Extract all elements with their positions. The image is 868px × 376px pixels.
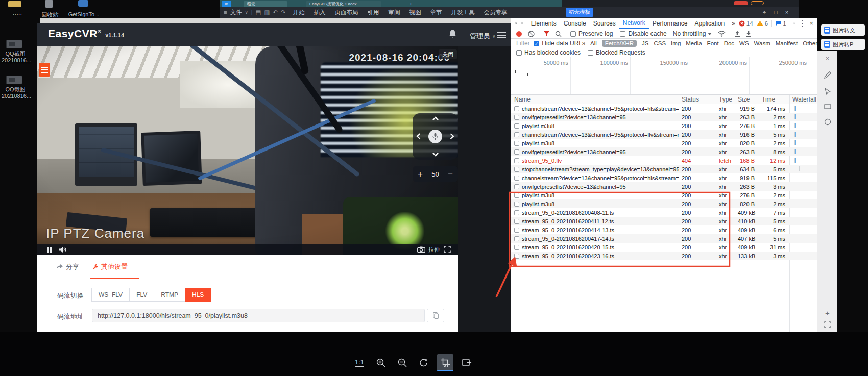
row-checkbox[interactable]	[514, 149, 519, 155]
import-har-icon[interactable]	[734, 31, 740, 37]
row-checkbox[interactable]	[514, 123, 519, 129]
table-row[interactable]: onvifgetpresetlist?device=13&channel=95 …	[511, 147, 817, 156]
row-checkbox[interactable]	[514, 219, 519, 224]
rotate-button[interactable]	[416, 354, 432, 371]
image-to-pdf-button[interactable]: 图片转P	[821, 39, 865, 50]
volume-icon[interactable]	[59, 246, 67, 253]
filter-chip[interactable]: WS	[739, 40, 749, 46]
wps-home-tab[interactable]: In	[222, 1, 231, 7]
devtools-tab-application[interactable]: Application	[691, 18, 728, 29]
column-name[interactable]: Name	[511, 96, 679, 103]
export-har-icon[interactable]	[745, 31, 752, 37]
filter-chip[interactable]: All	[590, 40, 597, 46]
hide-data-urls-checkbox[interactable]: ✓	[534, 41, 539, 46]
row-checkbox[interactable]	[514, 202, 519, 207]
folder-icon[interactable]	[8, 1, 21, 7]
notification-bell-icon[interactable]	[448, 29, 457, 39]
ptz-right-arrow[interactable]	[450, 133, 454, 140]
blocked-cookies-checkbox[interactable]	[516, 50, 522, 56]
pause-button[interactable]	[47, 247, 52, 253]
row-checkbox[interactable]	[514, 228, 519, 233]
filter-chip[interactable]: CSS	[654, 40, 666, 46]
floating-menu-button[interactable]	[39, 63, 50, 77]
filter-chip[interactable]: Wasm	[754, 40, 770, 46]
column-time[interactable]: Time	[759, 96, 789, 103]
row-checkbox[interactable]	[514, 141, 519, 146]
table-row[interactable]: channelstream?device=13&channel=95&proto…	[511, 130, 817, 139]
filter-funnel-icon[interactable]	[543, 31, 550, 37]
wps-file-menu[interactable]: 文件	[230, 9, 242, 16]
row-checkbox[interactable]	[514, 132, 519, 137]
ribbon-tab[interactable]: 会员专享	[484, 9, 508, 16]
preserve-log-checkbox[interactable]	[570, 31, 576, 37]
header-hamburger-icon[interactable]	[497, 31, 506, 40]
ribbon-tab[interactable]: 审阅	[389, 9, 400, 16]
devtools-tab-sources[interactable]: Sources	[590, 18, 619, 29]
table-row[interactable]: playlist.m3u8 200 xhr 276 B 2 ms	[511, 191, 817, 199]
record-button[interactable]	[516, 31, 522, 37]
devtools-more-tabs[interactable]: »	[728, 18, 739, 29]
snapshot-camera-icon[interactable]	[417, 246, 425, 253]
print-icon[interactable]: ▥	[264, 9, 270, 16]
table-row[interactable]: onvifgetpresetlist?device=13&channel=95 …	[511, 182, 817, 191]
mic-button[interactable]	[428, 130, 442, 143]
fullscreen-icon[interactable]	[444, 246, 451, 253]
sidebar-expand-icon[interactable]	[824, 321, 831, 328]
row-checkbox[interactable]	[514, 254, 519, 259]
kebab-menu-icon[interactable]: ⋮	[798, 18, 806, 28]
row-checkbox[interactable]	[514, 193, 519, 198]
table-row[interactable]: channelstream?device=13&channel=95&proto…	[511, 104, 817, 113]
table-row[interactable]: stream_95_0.flv 404 fetch 168 B 12 ms	[511, 156, 817, 165]
table-row[interactable]: stream_95_0-20210816200411-12.ts 200 xhr…	[511, 217, 817, 225]
image-to-text-button[interactable]: 图片转文	[821, 24, 865, 36]
actual-size-button[interactable]: 1:1	[351, 354, 368, 371]
cursor-icon[interactable]	[825, 88, 831, 95]
wps-new-tab-button[interactable]: +	[406, 1, 414, 7]
column-type[interactable]: Type	[716, 96, 735, 103]
search-icon[interactable]	[555, 31, 562, 37]
stream-option-button[interactable]: HLS	[185, 288, 211, 302]
redo-icon[interactable]: ↷	[281, 9, 286, 16]
camera-video-frame[interactable]: 2021-08-16 20:04:06 关闭 + 50 − IP PTZ Cam…	[37, 46, 458, 255]
ribbon-tab[interactable]: 插入	[314, 9, 326, 16]
row-checkbox[interactable]	[514, 210, 519, 215]
save-icon[interactable]: ▤	[256, 9, 261, 16]
pencil-icon[interactable]	[824, 71, 831, 79]
row-checkbox[interactable]	[514, 176, 519, 181]
devtools-close-icon[interactable]: ×	[809, 19, 813, 27]
column-status[interactable]: Status	[679, 96, 716, 103]
row-checkbox[interactable]	[514, 167, 519, 172]
inspect-element-icon[interactable]	[515, 19, 517, 27]
promo-badge[interactable]	[751, 1, 764, 5]
screenshot-thumbnail[interactable]	[6, 40, 22, 48]
getsign-app-icon[interactable]	[78, 0, 88, 7]
stretch-button[interactable]: 拉伸	[428, 246, 440, 254]
save-export-button[interactable]	[459, 354, 475, 371]
filter-chip[interactable]: Other	[803, 40, 817, 46]
maximize-icon[interactable]: □	[770, 9, 781, 16]
promo-badge[interactable]	[734, 1, 748, 5]
devtools-tab-elements[interactable]: Elements	[527, 18, 560, 29]
stream-option-button[interactable]: RTMP	[154, 288, 185, 302]
network-overview-timeline[interactable]: 50000 ms 100000 ms 150000 ms 200000 ms 2…	[511, 57, 817, 95]
settings-gear-icon[interactable]	[793, 20, 795, 27]
blocked-requests-checkbox[interactable]	[588, 50, 593, 56]
stream-option-button[interactable]: FLV	[129, 288, 154, 302]
network-conditions-icon[interactable]	[718, 31, 726, 37]
table-row[interactable]: stream_95_0-20210816200417-14.ts 200 xhr…	[511, 234, 817, 243]
table-row[interactable]: onvifgetpresetlist?device=13&channel=95 …	[511, 113, 817, 121]
row-checkbox[interactable]	[514, 115, 519, 120]
devtools-tab-console[interactable]: Console	[560, 18, 590, 29]
tab-share[interactable]: 分享	[56, 262, 79, 271]
wps-menu-icon[interactable]: ≡	[224, 9, 227, 15]
undo-icon[interactable]: ↶	[273, 9, 278, 16]
table-row[interactable]: playlist.m3u8 200 xhr 820 B 2 ms	[511, 139, 817, 147]
row-checkbox[interactable]	[514, 158, 519, 163]
zoom-out-button[interactable]	[394, 354, 411, 371]
devtools-tab-network[interactable]: Network	[619, 18, 649, 29]
recycle-bin-icon[interactable]	[45, 0, 53, 8]
table-row[interactable]: stream_95_0-20210816200414-13.ts 200 xhr…	[511, 225, 817, 234]
user-menu[interactable]: 管理员 ∨	[470, 32, 496, 41]
filter-chip[interactable]: Doc	[724, 40, 734, 46]
row-checkbox[interactable]	[514, 245, 519, 250]
